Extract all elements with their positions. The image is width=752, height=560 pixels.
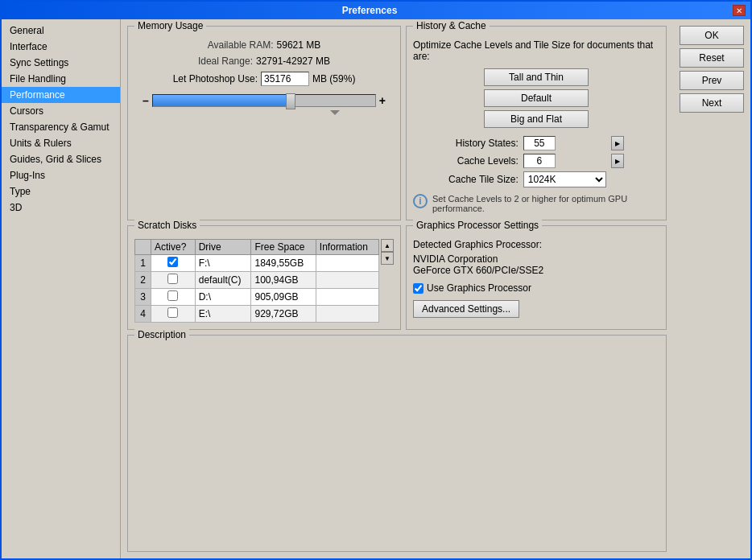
sidebar-item-performance[interactable]: Performance xyxy=(2,87,120,103)
right-buttons: OK Reset Prev Next xyxy=(673,19,750,558)
memory-panel-title: Memory Usage xyxy=(134,20,206,31)
let-use-input[interactable] xyxy=(261,72,309,86)
row-active-4[interactable] xyxy=(151,306,196,323)
available-ram-row: Available RAM: 59621 MB xyxy=(134,39,394,51)
gpu-panel: Graphics Processor Settings Detected Gra… xyxy=(406,225,667,330)
memory-slider-container: – + xyxy=(143,94,386,107)
history-states-spin[interactable]: ▶ xyxy=(611,136,624,150)
table-row: 1 F:\ 1849,55GB xyxy=(135,255,379,272)
sidebar-item-type[interactable]: Type xyxy=(2,183,120,200)
gpu-checkbox-row: Use Graphics Processor xyxy=(413,282,659,294)
scroll-up-button[interactable]: ▲ xyxy=(381,239,394,252)
history-panel: History & Cache Optimize Cache Levels an… xyxy=(406,26,667,220)
row-info-1 xyxy=(316,255,378,272)
prev-button[interactable]: Prev xyxy=(680,71,744,90)
tall-thin-button[interactable]: Tall and Thin xyxy=(484,68,589,86)
row-drive-2: default(C) xyxy=(195,272,251,289)
description-panel: Description xyxy=(127,335,667,552)
row-drive-1: F:\ xyxy=(195,255,251,272)
close-button[interactable]: ✕ xyxy=(733,5,746,16)
info-row: i Set Cache Levels to 2 or higher for op… xyxy=(413,194,659,213)
info-icon: i xyxy=(413,194,428,208)
cache-tile-label: Cache Tile Size: xyxy=(413,174,519,185)
row-active-1[interactable] xyxy=(151,255,196,272)
scratch-scroll-buttons: ▲ ▼ xyxy=(381,239,394,265)
sidebar-item-transparency-gamut[interactable]: Transparency & Gamut xyxy=(2,119,120,135)
cache-levels-input[interactable] xyxy=(523,154,556,168)
default-button[interactable]: Default xyxy=(484,89,589,107)
middle-row: Scratch Disks Active? Drive Free Space I… xyxy=(127,225,667,330)
info-text: Set Cache Levels to 2 or higher for opti… xyxy=(432,194,659,213)
slider-thumb[interactable] xyxy=(286,93,295,109)
history-settings: History States: ▶ Cache Levels: ▶ Cache … xyxy=(413,136,659,187)
ideal-range-value: 32791-42927 MB xyxy=(256,56,330,67)
history-states-label: History States: xyxy=(413,138,519,149)
sidebar: General Interface Sync Settings File Han… xyxy=(2,19,121,558)
cache-tile-select[interactable]: 128K 256K 512K 1024K 2048K xyxy=(523,171,606,187)
slider-fill xyxy=(153,95,287,106)
row-drive-4: E:\ xyxy=(195,306,251,323)
row-freespace-3: 905,09GB xyxy=(251,289,316,306)
col-drive: Drive xyxy=(195,240,251,255)
col-info: Information xyxy=(316,240,378,255)
sidebar-item-units-rulers[interactable]: Units & Rulers xyxy=(2,135,120,151)
row-drive-3: D:\ xyxy=(195,289,251,306)
scratch-table: Active? Drive Free Space Information 1 xyxy=(134,239,379,323)
scratch-panel-title: Scratch Disks xyxy=(134,220,200,231)
slider-plus-icon[interactable]: + xyxy=(379,94,386,107)
history-panel-title: History & Cache xyxy=(413,20,490,31)
history-description: Optimize Cache Levels and Tile Size for … xyxy=(413,39,659,62)
description-panel-title: Description xyxy=(134,329,189,340)
detected-label: Detected Graphics Processor: xyxy=(413,239,659,250)
use-gpu-checkbox[interactable] xyxy=(413,283,424,294)
table-row: 3 D:\ 905,09GB xyxy=(135,289,379,306)
col-active: Active? xyxy=(151,240,196,255)
ideal-range-label: Ideal Range: xyxy=(198,56,253,67)
row-info-4 xyxy=(316,306,378,323)
ok-button[interactable]: OK xyxy=(680,26,744,45)
table-row: 2 default(C) 100,94GB xyxy=(135,272,379,289)
row-num-1: 1 xyxy=(135,255,151,272)
advanced-settings-button[interactable]: Advanced Settings... xyxy=(413,300,519,318)
available-ram-value: 59621 MB xyxy=(277,39,321,51)
row-active-3[interactable] xyxy=(151,289,196,306)
history-states-input[interactable] xyxy=(523,136,556,150)
row-num-3: 3 xyxy=(135,289,151,306)
ideal-range-row: Ideal Range: 32791-42927 MB xyxy=(134,56,394,67)
title-bar: Preferences ✕ xyxy=(2,2,750,19)
cache-levels-spin[interactable]: ▶ xyxy=(611,154,624,168)
sidebar-item-guides-grid[interactable]: Guides, Grid & Slices xyxy=(2,151,120,167)
row-active-2[interactable] xyxy=(151,272,196,289)
gpu-name-line2: GeForce GTX 660/PCIe/SSE2 xyxy=(413,265,659,276)
sidebar-item-sync-settings[interactable]: Sync Settings xyxy=(2,55,120,71)
scroll-down-button[interactable]: ▼ xyxy=(381,252,394,265)
col-num xyxy=(135,240,151,255)
let-use-row: Let Photoshop Use: MB (59%) xyxy=(134,72,394,86)
row-freespace-1: 1849,55GB xyxy=(251,255,316,272)
memory-slider[interactable] xyxy=(152,94,376,107)
memory-panel: Memory Usage Available RAM: 59621 MB Ide… xyxy=(127,26,401,220)
sidebar-item-file-handling[interactable]: File Handling xyxy=(2,71,120,87)
top-row: Memory Usage Available RAM: 59621 MB Ide… xyxy=(127,26,667,220)
sidebar-item-3d[interactable]: 3D xyxy=(2,200,120,216)
next-button[interactable]: Next xyxy=(680,93,744,113)
sidebar-item-general[interactable]: General xyxy=(2,23,120,39)
sidebar-item-interface[interactable]: Interface xyxy=(2,39,120,55)
row-info-2 xyxy=(316,272,378,289)
history-buttons: Tall and Thin Default Big and Flat xyxy=(413,68,659,128)
window-title: Preferences xyxy=(6,5,733,16)
sidebar-item-cursors[interactable]: Cursors xyxy=(2,103,120,119)
row-freespace-2: 100,94GB xyxy=(251,272,316,289)
gpu-panel-title: Graphics Processor Settings xyxy=(413,220,542,231)
cache-levels-label: Cache Levels: xyxy=(413,155,519,167)
scratch-table-wrap: Active? Drive Free Space Information 1 xyxy=(134,239,394,323)
main-area: Memory Usage Available RAM: 59621 MB Ide… xyxy=(121,19,673,558)
big-flat-button[interactable]: Big and Flat xyxy=(484,110,589,128)
reset-button[interactable]: Reset xyxy=(680,48,744,68)
sidebar-item-plug-ins[interactable]: Plug-Ins xyxy=(2,167,120,183)
row-num-4: 4 xyxy=(135,306,151,323)
slider-minus-icon[interactable]: – xyxy=(143,94,149,107)
table-row: 4 E:\ 929,72GB xyxy=(135,306,379,323)
slider-triangle xyxy=(330,110,340,115)
use-gpu-label: Use Graphics Processor xyxy=(427,282,531,294)
